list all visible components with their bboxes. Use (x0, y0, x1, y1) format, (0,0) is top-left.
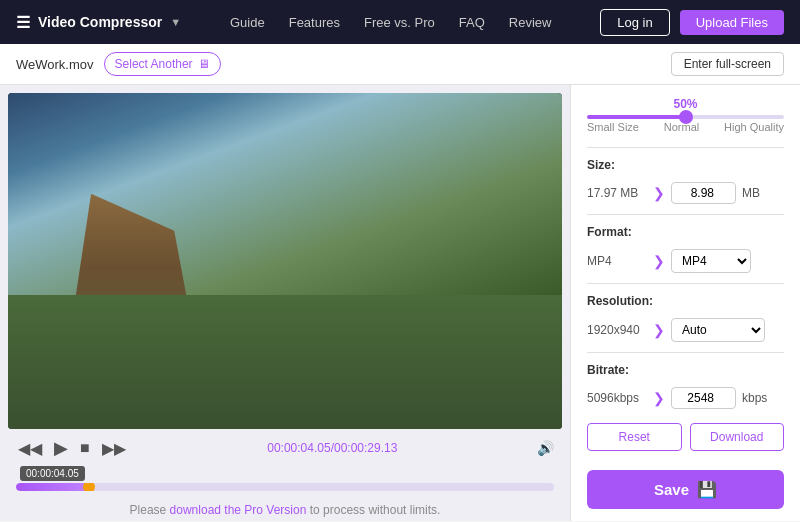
monitor-icon: 🖥 (198, 57, 210, 71)
size-value-row: 17.97 MB ❯ MB (587, 182, 784, 204)
divider-4 (587, 352, 784, 353)
progress-bar-container[interactable] (16, 483, 554, 491)
size-original: 17.97 MB (587, 186, 647, 200)
navbar: ☰ Video Compressor ▼ Guide Features Free… (0, 0, 800, 44)
brand-arrow-icon: ▼ (170, 16, 181, 28)
progress-thumb (83, 483, 95, 491)
login-button[interactable]: Log in (600, 9, 669, 36)
bitrate-row: Bitrate: (587, 363, 784, 377)
resolution-select[interactable]: Auto 1920x1080 1280x720 854x480 640x360 (671, 318, 765, 342)
size-chevron-icon: ❯ (653, 185, 665, 201)
format-value-row: MP4 ❯ MP4 MOV AVI MKV GIF (587, 249, 784, 273)
nav-features[interactable]: Features (289, 15, 340, 30)
controls-top-row: ◀◀ ▶ ■ ▶▶ 00:00:04.05/00:00:29.13 🔊 (16, 435, 554, 461)
quality-high-label: High Quality (724, 121, 784, 133)
settings-panel: 50% Small Size Normal High Quality Size:… (570, 85, 800, 521)
bitrate-label: Bitrate: (587, 363, 662, 377)
download-button[interactable]: Download (690, 423, 785, 451)
stop-button[interactable]: ■ (78, 437, 92, 459)
resolution-value-row: 1920x940 ❯ Auto 1920x1080 1280x720 854x4… (587, 318, 784, 342)
resolution-row: Resolution: (587, 294, 784, 308)
video-preview (8, 93, 562, 429)
skip-forward-button[interactable]: ▶▶ (100, 437, 128, 460)
play-button[interactable]: ▶ (52, 435, 70, 461)
divider-1 (587, 147, 784, 148)
timestamp-bubble: 00:00:04.05 (20, 466, 85, 481)
quality-slider[interactable] (587, 115, 784, 119)
playback-buttons: ◀◀ ▶ ■ ▶▶ (16, 435, 128, 461)
video-container (8, 93, 562, 429)
nav-review[interactable]: Review (509, 15, 552, 30)
filename-label: WeWork.mov (16, 57, 94, 72)
size-input[interactable] (671, 182, 736, 204)
size-row: Size: (587, 158, 784, 172)
nav-faq[interactable]: FAQ (459, 15, 485, 30)
bitrate-chevron-icon: ❯ (653, 390, 665, 406)
volume-icon[interactable]: 🔊 (537, 440, 554, 456)
divider-3 (587, 283, 784, 284)
resolution-original: 1920x940 (587, 323, 647, 337)
quality-section: 50% Small Size Normal High Quality (587, 97, 784, 133)
bitrate-original: 5096kbps (587, 391, 647, 405)
resolution-chevron-icon: ❯ (653, 322, 665, 338)
size-unit: MB (742, 186, 760, 200)
format-row: Format: (587, 225, 784, 239)
quality-marks: Small Size Normal High Quality (587, 121, 784, 133)
divider-2 (587, 214, 784, 215)
format-chevron-icon: ❯ (653, 253, 665, 269)
save-icon: 💾 (697, 480, 717, 499)
save-button[interactable]: Save 💾 (587, 470, 784, 509)
notice-before: Please (130, 503, 170, 517)
skip-back-button[interactable]: ◀◀ (16, 437, 44, 460)
select-another-button[interactable]: Select Another 🖥 (104, 52, 221, 76)
bitrate-unit: kbps (742, 391, 767, 405)
pro-version-link[interactable]: download the Pro Version (170, 503, 307, 517)
quality-percentage: 50% (673, 97, 697, 111)
nav-links: Guide Features Free vs. Pro FAQ Review (201, 15, 580, 30)
time-display: 00:00:04.05/00:00:29.13 (267, 441, 397, 455)
toolbar: WeWork.mov Select Another 🖥 Enter full-s… (0, 44, 800, 85)
toolbar-left: WeWork.mov Select Another 🖥 (16, 52, 221, 76)
bitrate-value-row: 5096kbps ❯ kbps (587, 387, 784, 409)
total-time: 00:00:29.13 (334, 441, 397, 455)
pro-notice: Please download the Pro Version to proce… (8, 499, 562, 521)
quality-mid-label: Normal (664, 121, 699, 133)
nav-actions: Log in Upload Files (600, 9, 784, 36)
video-panel: ◀◀ ▶ ■ ▶▶ 00:00:04.05/00:00:29.13 🔊 00:0… (0, 85, 570, 521)
nav-guide[interactable]: Guide (230, 15, 265, 30)
bitrate-input[interactable] (671, 387, 736, 409)
save-label: Save (654, 481, 689, 498)
fullscreen-button[interactable]: Enter full-screen (671, 52, 784, 76)
nav-free-vs-pro[interactable]: Free vs. Pro (364, 15, 435, 30)
resolution-label: Resolution: (587, 294, 662, 308)
video-controls: ◀◀ ▶ ■ ▶▶ 00:00:04.05/00:00:29.13 🔊 00:0… (8, 429, 562, 499)
progress-bar-fill (16, 483, 91, 491)
reset-button[interactable]: Reset (587, 423, 682, 451)
hamburger-icon: ☰ (16, 13, 30, 32)
size-label: Size: (587, 158, 662, 172)
brand: ☰ Video Compressor ▼ (16, 13, 181, 32)
upload-files-button[interactable]: Upload Files (680, 10, 784, 35)
main-content: ◀◀ ▶ ■ ▶▶ 00:00:04.05/00:00:29.13 🔊 00:0… (0, 85, 800, 521)
action-buttons: Reset Download (587, 423, 784, 451)
quality-low-label: Small Size (587, 121, 639, 133)
brand-name: Video Compressor (38, 14, 162, 30)
select-another-label: Select Another (115, 57, 193, 71)
notice-after: to process without limits. (306, 503, 440, 517)
current-time: 00:00:04.05 (267, 441, 330, 455)
format-original: MP4 (587, 254, 647, 268)
format-select[interactable]: MP4 MOV AVI MKV GIF (671, 249, 751, 273)
format-label: Format: (587, 225, 662, 239)
